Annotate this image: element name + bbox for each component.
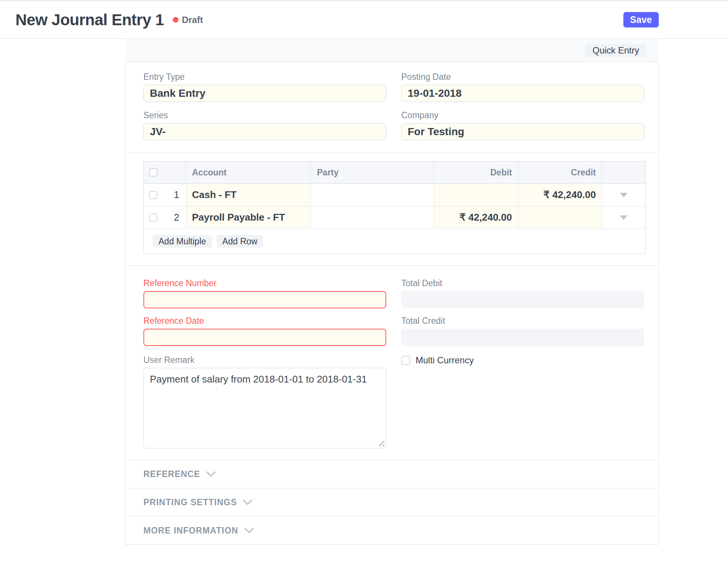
column-header-actions (602, 162, 645, 183)
party-cell[interactable] (310, 184, 434, 206)
field-user-remark: User Remark Payment of salary from 2018-… (143, 355, 386, 448)
row-checkbox[interactable] (149, 213, 157, 222)
row-index: 2 (174, 212, 179, 223)
user-remark-textarea[interactable]: Payment of salary from 2018-01-01 to 201… (143, 368, 386, 448)
section-title: REFERENCE (143, 469, 200, 479)
field-reference-date: Reference Date (143, 316, 386, 346)
status-badge: Draft (182, 15, 203, 25)
user-remark-label: User Remark (143, 355, 386, 365)
total-debit-label: Total Debit (401, 278, 644, 288)
row-options-cell[interactable] (602, 206, 645, 229)
save-button[interactable]: Save (623, 12, 659, 27)
debit-cell[interactable]: ₹ 42,240.00 (434, 206, 518, 229)
page-header: New Journal Entry 1 Draft Save (0, 1, 728, 39)
column-header-credit: Credit (518, 162, 602, 183)
table-footer: Add Multiple Add Row (144, 229, 645, 254)
chevron-down-icon (242, 499, 253, 506)
column-header-debit: Debit (434, 162, 518, 183)
multi-currency-label: Multi Currency (416, 355, 474, 366)
row-select-cell: 1 (144, 184, 186, 206)
debit-cell[interactable] (434, 184, 518, 206)
section-main-fields: Entry Type Posting Date Series Company (125, 62, 658, 152)
accounts-table: Account Party Debit Credit 1 Cash - FT ₹… (143, 161, 646, 254)
right-fields-column: Total Debit Total Credit Multi Currency (401, 278, 644, 448)
company-input[interactable] (401, 123, 644, 140)
section-title: PRINTING SETTINGS (143, 497, 237, 508)
user-remark-wrapper: Payment of salary from 2018-01-01 to 201… (143, 368, 386, 448)
header-select-cell (144, 162, 186, 183)
column-header-account: Account (186, 162, 310, 183)
section-accounting-entries: Account Party Debit Credit 1 Cash - FT ₹… (125, 152, 658, 265)
add-row-button[interactable]: Add Row (217, 235, 263, 248)
entry-type-label: Entry Type (143, 72, 386, 82)
section-toggle-more-information[interactable]: MORE INFORMATION (125, 516, 658, 544)
left-fields-column: Reference Number Reference Date User Rem… (143, 278, 386, 448)
section-reference-totals: Reference Number Reference Date User Rem… (125, 265, 658, 460)
total-credit-field (401, 329, 644, 346)
party-cell[interactable] (310, 206, 434, 229)
credit-cell[interactable] (518, 206, 602, 229)
series-input[interactable] (143, 123, 386, 140)
add-multiple-button[interactable]: Add Multiple (153, 235, 212, 248)
form-toolbar: Quick Entry (125, 39, 659, 62)
account-cell[interactable]: Cash - FT (186, 184, 310, 206)
page-title: New Journal Entry 1 (15, 11, 164, 29)
row-options-cell[interactable] (602, 184, 645, 206)
company-label: Company (401, 110, 644, 120)
reference-number-input[interactable] (143, 291, 386, 308)
posting-date-input[interactable] (401, 85, 644, 102)
field-reference-number: Reference Number (143, 278, 386, 308)
field-total-debit: Total Debit (401, 278, 644, 308)
select-all-checkbox[interactable] (149, 168, 157, 177)
field-series: Series (143, 110, 386, 140)
form-container: Quick Entry Entry Type Posting Date Seri… (125, 39, 659, 545)
column-header-party: Party (310, 162, 434, 183)
status-dot-icon (173, 17, 178, 23)
reference-date-label: Reference Date (143, 316, 386, 326)
section-title: MORE INFORMATION (143, 526, 238, 536)
form-card: Entry Type Posting Date Series Company (125, 62, 659, 545)
chevron-down-icon (206, 471, 216, 477)
field-posting-date: Posting Date (401, 72, 644, 102)
row-dropdown-caret-icon[interactable] (620, 193, 627, 197)
field-multi-currency: Multi Currency (401, 355, 644, 366)
table-row[interactable]: 1 Cash - FT ₹ 42,240.00 (144, 184, 645, 206)
table-row[interactable]: 2 Payroll Payable - FT ₹ 42,240.00 (144, 206, 645, 229)
credit-cell[interactable]: ₹ 42,240.00 (518, 184, 602, 206)
series-label: Series (143, 110, 386, 120)
section-toggle-printing-settings[interactable]: PRINTING SETTINGS (125, 488, 658, 516)
field-company: Company (401, 110, 644, 140)
multi-currency-checkbox[interactable] (401, 356, 410, 365)
field-entry-type: Entry Type (143, 72, 386, 102)
reference-number-label: Reference Number (143, 278, 386, 288)
account-cell[interactable]: Payroll Payable - FT (186, 206, 310, 229)
quick-entry-button[interactable]: Quick Entry (585, 44, 646, 57)
field-total-credit: Total Credit (401, 316, 644, 346)
reference-date-input[interactable] (143, 329, 386, 346)
entry-type-input[interactable] (143, 85, 386, 102)
row-select-cell: 2 (144, 206, 186, 229)
row-checkbox[interactable] (149, 191, 157, 199)
posting-date-label: Posting Date (401, 72, 644, 82)
total-debit-field (401, 291, 644, 308)
row-index: 1 (174, 189, 179, 200)
total-credit-label: Total Credit (401, 316, 644, 326)
row-dropdown-caret-icon[interactable] (620, 215, 627, 220)
table-header-row: Account Party Debit Credit (144, 162, 645, 184)
chevron-down-icon (244, 527, 254, 534)
section-toggle-reference[interactable]: REFERENCE (125, 460, 658, 488)
